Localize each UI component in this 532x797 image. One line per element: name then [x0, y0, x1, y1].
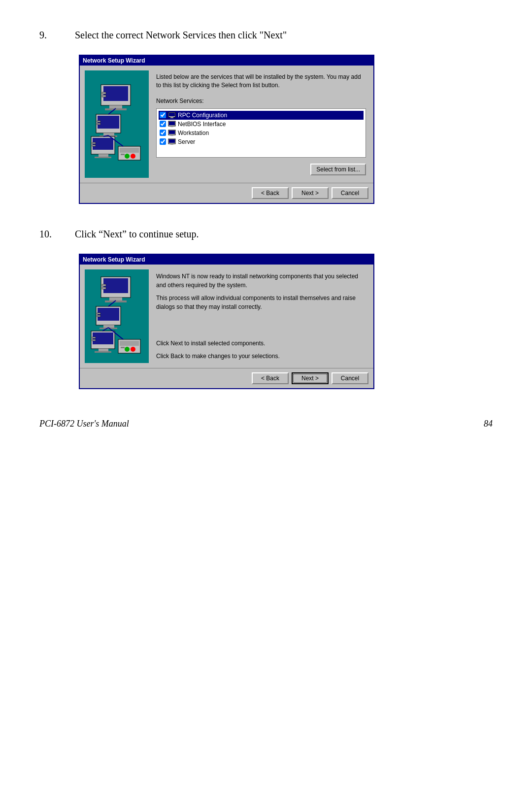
dialog-9-footer: < Back Next > Cancel [80, 183, 373, 203]
svg-rect-33 [169, 131, 175, 134]
service-checkbox-netbios[interactable] [160, 121, 166, 127]
service-item-rpc[interactable]: RPC Configuration [159, 111, 364, 120]
dialog-9-left-panel [85, 70, 149, 178]
dialog-step-9: Network Setup Wizard [79, 55, 374, 204]
service-checkbox-server[interactable] [160, 138, 166, 145]
select-from-list-row: Select from list... [156, 164, 366, 175]
step-9-number: 9. [39, 30, 59, 41]
svg-rect-8 [103, 133, 114, 135]
svg-rect-28 [170, 117, 173, 118]
service-item-netbios[interactable]: NetBIOS Interface [159, 120, 364, 129]
svg-rect-19 [120, 148, 139, 153]
svg-rect-2 [109, 105, 122, 108]
svg-point-21 [125, 154, 130, 159]
svg-rect-49 [97, 315, 100, 317]
rpc-icon [168, 111, 176, 119]
svg-rect-31 [170, 126, 173, 127]
dialog-9-back-button[interactable]: < Back [252, 187, 289, 199]
svg-rect-60 [121, 347, 125, 348]
svg-rect-1 [103, 86, 128, 101]
svg-point-59 [125, 347, 130, 352]
dialog-9-next-button[interactable]: Next > [292, 187, 329, 199]
dialog-10-cancel-button[interactable]: Cancel [332, 372, 368, 384]
network-illustration-9 [89, 82, 145, 166]
dialog-step-10: Network Setup Wizard [79, 254, 374, 389]
svg-rect-14 [99, 154, 108, 157]
svg-rect-42 [102, 284, 106, 286]
dialog-9-right: Listed below are the services that will … [154, 70, 368, 178]
svg-rect-45 [98, 308, 119, 321]
svg-rect-39 [103, 278, 128, 293]
svg-rect-11 [97, 123, 100, 125]
services-list: RPC Configuration NetBIOS Interface [156, 108, 366, 158]
svg-rect-22 [121, 154, 125, 155]
network-illustration-10 [89, 274, 145, 358]
svg-rect-57 [120, 341, 139, 346]
service-workstation-label: Workstation [178, 130, 209, 136]
step-10-number: 10. [39, 229, 59, 240]
svg-rect-51 [93, 332, 113, 344]
step-9: 9. Select the correct Network Services t… [39, 30, 493, 204]
dialog-9-description: Listed below are the services that will … [156, 73, 366, 90]
svg-rect-37 [170, 144, 173, 145]
svg-rect-55 [92, 339, 96, 341]
svg-rect-48 [97, 313, 100, 314]
svg-rect-53 [95, 351, 111, 353]
footer-left: PCI-6872 User's Manual [39, 419, 129, 429]
dialog-10-desc2: This process will allow individual compo… [156, 294, 366, 311]
svg-rect-16 [92, 142, 96, 144]
svg-rect-30 [169, 122, 175, 125]
dialog-9-cancel-button[interactable]: Cancel [332, 187, 368, 199]
dialog-10-left-panel [85, 269, 149, 363]
service-item-workstation[interactable]: Workstation [159, 129, 364, 137]
svg-point-20 [131, 154, 135, 159]
svg-rect-40 [109, 298, 122, 300]
svg-rect-36 [169, 139, 175, 143]
svg-rect-5 [102, 95, 106, 97]
page-footer: PCI-6872 User's Manual 84 [39, 419, 493, 429]
dialog-10-desc3: Click Next to install selected component… [156, 339, 366, 348]
service-server-label: Server [178, 138, 195, 145]
svg-rect-27 [169, 113, 175, 116]
dialog-10-next-button[interactable]: Next > [292, 372, 329, 384]
services-label: Network Services: [156, 98, 366, 104]
select-from-list-button[interactable]: Select from list... [310, 164, 366, 175]
svg-rect-43 [102, 287, 106, 289]
svg-rect-34 [170, 135, 173, 136]
step-10-title: Click “Next” to continue setup. [75, 229, 199, 240]
svg-rect-46 [103, 325, 114, 328]
dialog-10-desc4: Click Back to make changes to your selec… [156, 352, 366, 361]
svg-rect-17 [92, 145, 96, 146]
step-10: 10. Click “Next” to continue setup. Netw… [39, 229, 493, 389]
dialog-9-titlebar: Network Setup Wizard [80, 56, 373, 66]
server-icon [168, 138, 176, 146]
step-9-title: Select the correct Network Services then… [75, 30, 287, 41]
footer-right: 84 [484, 419, 493, 429]
dialog-10-titlebar: Network Setup Wizard [80, 255, 373, 265]
svg-rect-10 [97, 121, 100, 122]
svg-rect-7 [98, 116, 119, 129]
dialog-10-back-button[interactable]: < Back [252, 372, 289, 384]
service-item-server[interactable]: Server [159, 137, 364, 146]
dialog-10-footer: < Back Next > Cancel [80, 368, 373, 388]
dialog-10-right: Windows NT is now ready to install netwo… [154, 269, 368, 363]
svg-rect-52 [99, 349, 108, 351]
network-svg-10 [89, 274, 145, 358]
service-netbios-label: NetBIOS Interface [178, 121, 226, 128]
svg-rect-15 [95, 157, 111, 158]
svg-rect-4 [102, 92, 106, 94]
service-checkbox-rpc[interactable] [160, 112, 166, 118]
netbios-icon [168, 120, 176, 128]
dialog-10-desc1: Windows NT is now ready to install netwo… [156, 272, 366, 290]
svg-rect-13 [93, 138, 113, 150]
svg-rect-54 [92, 337, 96, 338]
workstation-icon [168, 129, 176, 137]
service-checkbox-workstation[interactable] [160, 130, 166, 136]
svg-point-58 [131, 347, 135, 352]
service-rpc-label: RPC Configuration [178, 112, 227, 119]
network-svg-9 [89, 82, 145, 166]
